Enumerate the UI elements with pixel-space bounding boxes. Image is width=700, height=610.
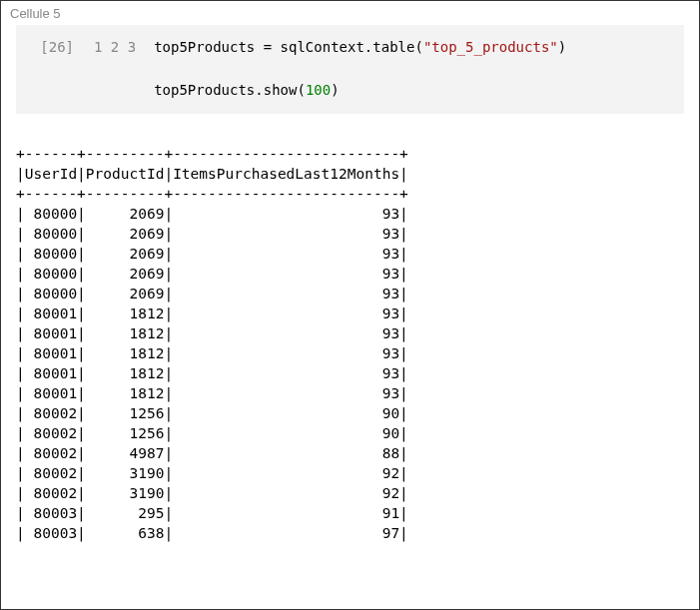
cell-label: Cellule 5	[2, 2, 698, 25]
cell-output: +------+---------+----------------------…	[2, 114, 698, 543]
line-numbers: 1 2 3	[94, 37, 136, 102]
notebook-cell: Cellule 5 [26] 1 2 3 top5Products = sqlC…	[1, 1, 699, 544]
code-content[interactable]: top5Products = sqlContext.table("top_5_p…	[154, 37, 566, 102]
code-lines: 1 2 3 top5Products = sqlContext.table("t…	[94, 37, 566, 102]
execution-count: [26]	[30, 37, 74, 102]
code-block[interactable]: [26] 1 2 3 top5Products = sqlContext.tab…	[16, 25, 684, 114]
